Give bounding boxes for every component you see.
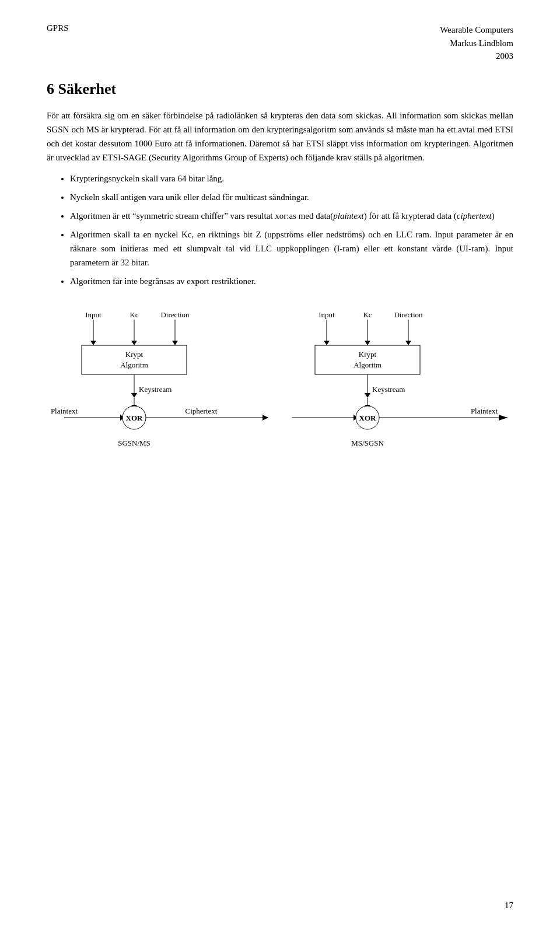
svg-marker-21 xyxy=(405,341,411,345)
svg-marker-24 xyxy=(365,393,370,398)
title-year: 2003 xyxy=(440,50,513,63)
gprs-label: GPRS xyxy=(47,23,69,33)
ciphertext-label: Ciphertext xyxy=(186,407,218,415)
input-label: Input xyxy=(85,310,102,319)
sgsn-ms-label: SGSN/MS xyxy=(118,439,150,447)
keystream-label-1: Keystream xyxy=(139,385,172,394)
page-number: 17 xyxy=(505,901,513,911)
plaintext-label-r: Plaintext xyxy=(471,407,498,415)
direction-label-r: Direction xyxy=(394,310,423,319)
right-diagram: Input Kc Direction Krypt Algoritm Keyst xyxy=(292,306,513,471)
krypt-label-r: Krypt xyxy=(359,350,377,359)
input-label-r: Input xyxy=(318,310,335,319)
page: GPRS Wearable Computers Markus Lindblom … xyxy=(0,0,560,928)
header-left: GPRS xyxy=(47,23,69,33)
diagram-area: Input Kc Direction Krypt Algoritm Keyst xyxy=(47,306,513,471)
svg-marker-1 xyxy=(90,341,96,345)
list-item: Algoritmen får inte begränsas av export … xyxy=(70,274,513,288)
svg-marker-17 xyxy=(324,341,330,345)
bullet-list: Krypteringsnyckeln skall vara 64 bitar l… xyxy=(70,171,513,288)
title-wearable: Wearable Computers xyxy=(440,23,513,37)
left-diagram: Input Kc Direction Krypt Algoritm Keyst xyxy=(47,306,292,471)
algoritm-label-r: Algoritm xyxy=(354,360,382,369)
keystream-label-r: Keystream xyxy=(372,385,405,394)
ms-sgsn-label: MS/SGSN xyxy=(351,439,384,447)
title-author: Markus Lindblom xyxy=(440,37,513,50)
kc-label-r: Kc xyxy=(363,310,372,319)
krypt-label-1: Krypt xyxy=(125,350,144,359)
xor-label-1: XOR xyxy=(126,414,144,422)
right-diagram-svg: Input Kc Direction Krypt Algoritm Keyst xyxy=(292,306,513,469)
svg-marker-30 xyxy=(499,415,508,421)
algoritm-label-1: Algoritm xyxy=(120,360,148,369)
page-header: GPRS Wearable Computers Markus Lindblom … xyxy=(47,23,513,63)
header-right: Wearable Computers Markus Lindblom 2003 xyxy=(440,23,513,63)
left-diagram-svg: Input Kc Direction Krypt Algoritm Keyst xyxy=(47,306,292,469)
list-item: Algoritmen är ett “symmetric stream chif… xyxy=(70,209,513,223)
svg-marker-8 xyxy=(131,393,137,398)
kc-label: Kc xyxy=(130,310,138,319)
plaintext-label-1: Plaintext xyxy=(51,407,78,415)
svg-marker-19 xyxy=(365,341,370,345)
list-item: Algoritmen skall ta en nyckel Kc, en rik… xyxy=(70,227,513,269)
svg-marker-15 xyxy=(262,415,268,421)
svg-marker-5 xyxy=(172,341,178,345)
svg-marker-3 xyxy=(131,341,137,345)
xor-label-r: XOR xyxy=(359,414,377,422)
direction-label: Direction xyxy=(160,310,190,319)
main-paragraph: För att försäkra sig om en säker förbind… xyxy=(47,108,513,164)
list-item: Krypteringsnyckeln skall vara 64 bitar l… xyxy=(70,171,513,185)
list-item: Nyckeln skall antigen vara unik eller de… xyxy=(70,190,513,204)
section-title: 6 Säkerhet xyxy=(47,80,513,98)
